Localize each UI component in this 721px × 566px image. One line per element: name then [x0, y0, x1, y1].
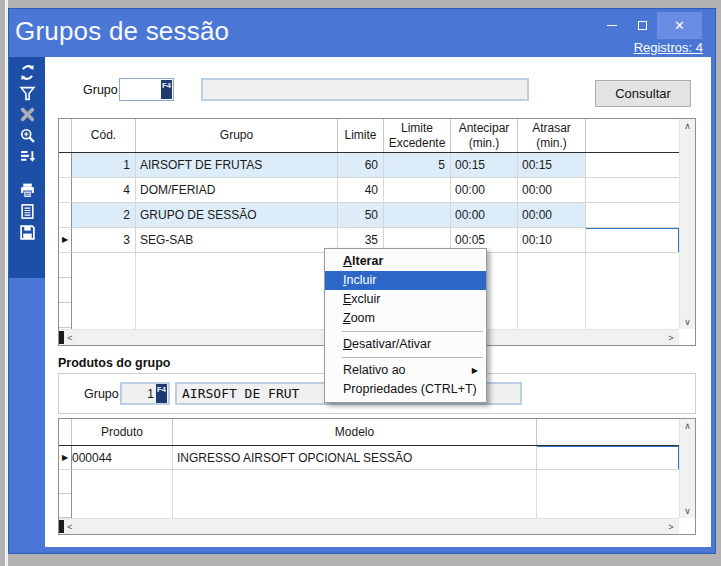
cell-cod: 4 [72, 178, 136, 203]
scroll-up-icon[interactable]: ∧ [680, 119, 696, 133]
printer-icon [19, 182, 36, 199]
products-grupo-name-value: AIRSOFT DE FRUT [182, 386, 299, 401]
menu-separator [342, 331, 483, 332]
menu-separator [342, 357, 483, 358]
sidebar-print-button[interactable] [16, 180, 38, 201]
row-indicator-cell: ▶ [59, 446, 72, 470]
menu-item-zoom[interactable]: Zoom [325, 309, 486, 328]
grupo-name-field [201, 78, 529, 101]
consultar-button[interactable]: Consultar [595, 80, 691, 107]
row-indicator-cell: ▶ [59, 228, 72, 253]
grupo-label: Grupo [83, 83, 118, 97]
header-cod[interactable]: Cód. [72, 119, 136, 152]
menu-item-excluir[interactable]: Excluir [325, 290, 486, 309]
cell-modelo: INGRESSO AIRSOFT OPCIONAL SESSÃO [173, 446, 537, 470]
report-icon [19, 203, 36, 220]
sidebar-report-button[interactable] [16, 201, 38, 222]
header-limite-excedente[interactable]: LimiteExcedente [384, 119, 451, 152]
header-filler [586, 119, 679, 152]
cell-grupo: AIRSOFT DE FRUTAS [136, 153, 338, 178]
scroll-up-icon[interactable]: ∧ [680, 419, 696, 433]
products-section-title: Produtos do grupo [58, 356, 170, 370]
cell-antecipar: 00:15 [451, 153, 518, 178]
cell-atrasar: 00:15 [518, 153, 586, 178]
products-grupo-label: Grupo [84, 387, 119, 401]
sidebar-filter-button[interactable] [16, 83, 38, 104]
filter-icon [19, 85, 36, 102]
maximize-button[interactable] [627, 12, 657, 39]
cell-produto: 000044 [72, 446, 173, 470]
header-modelo[interactable]: Modelo [173, 419, 537, 445]
cancel-icon [19, 106, 36, 123]
cell-limite-excedente [384, 203, 451, 228]
header-atrasar[interactable]: Atrasar(min.) [518, 119, 586, 152]
sidebar-toolbar [9, 57, 45, 278]
cell-atrasar: 00:00 [518, 203, 586, 228]
table-row-selected[interactable]: ▶ 000044 INGRESSO AIRSOFT OPCIONAL SESSÃ… [59, 446, 679, 470]
sidebar-refresh-button[interactable] [16, 62, 38, 83]
cell-limite: 40 [338, 178, 384, 203]
header-gutter-cell [59, 119, 72, 152]
cell-limite-excedente: 5 [384, 153, 451, 178]
scroll-right-icon[interactable]: > [663, 520, 679, 534]
vertical-scrollbar[interactable]: ∧ ∨ [679, 119, 695, 329]
save-icon [19, 224, 36, 241]
header-antecipar[interactable]: Antecipar(min.) [451, 119, 518, 152]
table-row[interactable]: 1 AIRSOFT DE FRUTAS 60 5 00:15 00:15 [59, 153, 679, 178]
horizontal-scrollbar[interactable]: < > [59, 518, 679, 534]
menu-item-desativar-ativar[interactable]: Desativar/Ativar [325, 335, 486, 354]
header-limite[interactable]: Limite [338, 119, 384, 152]
vertical-scrollbar[interactable]: ∧ ∨ [679, 419, 695, 518]
scrollbar-thumb[interactable] [59, 520, 64, 533]
registros-link[interactable]: Registros: 4 [634, 40, 703, 55]
context-menu: Alterar Incluir Excluir Zoom Desativar/A… [324, 248, 487, 403]
cell-limite: 60 [338, 153, 384, 178]
row-indicator-cell [59, 203, 72, 228]
sidebar-cancel-button[interactable] [16, 104, 38, 125]
grupo-code-input[interactable]: F4 [119, 78, 174, 101]
sidebar-sort-button[interactable] [16, 146, 38, 167]
window-controls: ✕ [597, 12, 702, 39]
close-button[interactable]: ✕ [657, 12, 702, 39]
menu-item-relativo-ao[interactable]: Relativo ao ▶ [325, 361, 486, 380]
scroll-down-icon[interactable]: ∨ [680, 504, 696, 518]
maximize-icon [638, 21, 647, 30]
products-grupo-input[interactable]: 1 F4 [120, 382, 170, 405]
cell-grupo: SEG-SAB [136, 228, 338, 253]
menu-item-alterar[interactable]: Alterar [325, 252, 486, 271]
products-grid: Produto Modelo ▶ 000044 INGRESSO AIRSOFT… [58, 418, 696, 535]
menu-item-propriedades[interactable]: Propriedades (CTRL+T) [325, 380, 486, 399]
cell-cod: 2 [72, 203, 136, 228]
magnifier-zoom-icon [19, 127, 36, 144]
header-produto[interactable]: Produto [72, 419, 173, 445]
cell-limite: 50 [338, 203, 384, 228]
sidebar-zoom-button[interactable] [16, 125, 38, 146]
row-indicator-icon: ▶ [62, 454, 68, 462]
scroll-right-icon[interactable]: > [663, 331, 679, 345]
scroll-down-icon[interactable]: ∨ [680, 315, 696, 329]
header-filler [537, 419, 679, 445]
desktop-background: Grupos de sessão ✕ Registros: 4 [0, 0, 721, 566]
table-row[interactable]: 2 GRUPO DE SESSÃO 50 00:00 00:00 [59, 203, 679, 228]
table-row[interactable]: 4 DOM/FERIAD 40 00:00 00:00 [59, 178, 679, 203]
close-icon: ✕ [674, 18, 685, 33]
empty-grid-area [59, 470, 679, 518]
minimize-button[interactable] [597, 12, 627, 39]
f4-lookup-badge[interactable]: F4 [161, 80, 172, 99]
minimize-icon [607, 25, 617, 26]
products-grid-header: Produto Modelo [59, 419, 679, 446]
cell-cod: 3 [72, 228, 136, 253]
cell-grupo: DOM/FERIAD [136, 178, 338, 203]
f4-lookup-badge[interactable]: F4 [156, 384, 167, 403]
title-bar[interactable]: Grupos de sessão ✕ Registros: 4 [9, 9, 715, 57]
cell-grupo: GRUPO DE SESSÃO [136, 203, 338, 228]
app-window: Grupos de sessão ✕ Registros: 4 [8, 8, 716, 554]
sidebar-save-button[interactable] [16, 222, 38, 243]
products-grupo-value: 1 [147, 387, 154, 401]
row-indicator-cell [59, 178, 72, 203]
row-indicator-cell [59, 153, 72, 178]
refresh-icon [19, 64, 36, 81]
header-grupo[interactable]: Grupo [136, 119, 338, 152]
menu-item-incluir[interactable]: Incluir [325, 271, 486, 290]
scrollbar-thumb[interactable] [59, 331, 64, 344]
